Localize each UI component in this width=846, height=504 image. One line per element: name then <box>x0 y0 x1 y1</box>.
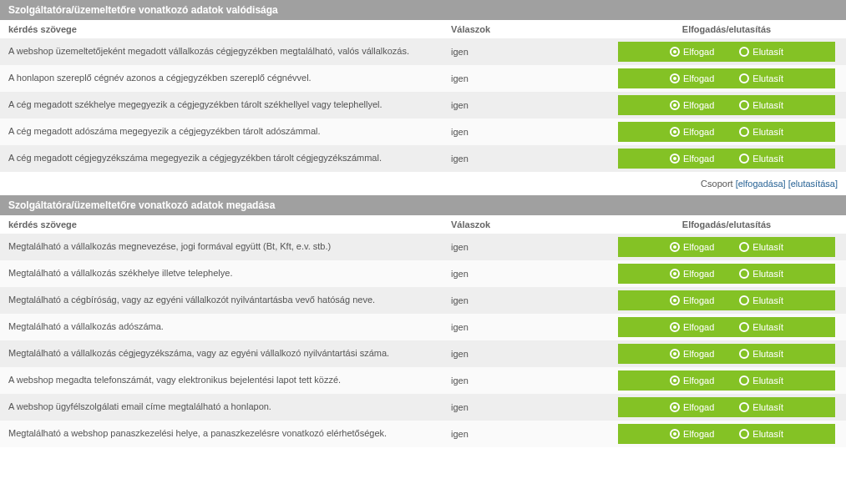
reject-option[interactable]: Elutasít <box>739 295 783 305</box>
accept-option[interactable]: Elfogad <box>670 100 714 110</box>
decision-cell: ElfogadElutasít <box>618 122 835 142</box>
table-row: Megtalálható a cégbíróság, vagy az egyén… <box>0 287 846 314</box>
accept-label: Elfogad <box>683 375 714 386</box>
decision-cell: ElfogadElutasít <box>618 264 835 284</box>
table-row: A cég megadott adószáma megegyezik a cég… <box>0 118 846 145</box>
accept-radio[interactable] <box>670 429 680 439</box>
question-text: A cég megadott székhelye megegyezik a cé… <box>0 98 451 111</box>
reject-option[interactable]: Elutasít <box>739 154 783 164</box>
accept-option[interactable]: Elfogad <box>670 295 714 305</box>
accept-option[interactable]: Elfogad <box>670 154 714 164</box>
accept-option[interactable]: Elfogad <box>670 47 714 57</box>
table-row: Megtalálható a vállalkozás adószáma.igen… <box>0 314 846 340</box>
accept-radio[interactable] <box>670 127 680 137</box>
reject-option[interactable]: Elutasít <box>739 402 783 412</box>
column-header-decision: Elfogadás/elutasítás <box>618 219 835 229</box>
reject-label: Elutasít <box>752 402 783 412</box>
reject-radio[interactable] <box>739 322 749 332</box>
accept-option[interactable]: Elfogad <box>670 349 714 359</box>
accept-radio[interactable] <box>670 47 680 57</box>
reject-radio[interactable] <box>739 127 749 137</box>
accept-radio[interactable] <box>670 322 680 332</box>
reject-option[interactable]: Elutasít <box>739 269 783 279</box>
answer-text: igen <box>451 402 618 412</box>
section: Szolgáltatóra/üzemeltetőre vonatkozó ada… <box>0 0 846 172</box>
reject-radio[interactable] <box>739 349 749 359</box>
table-row: A cég megadott cégjegyzékszáma megegyezi… <box>0 145 846 172</box>
reject-label: Elutasít <box>752 242 783 252</box>
question-text: Megtalálható a vállalkozás cégjegyzékszá… <box>0 347 451 360</box>
reject-label: Elutasít <box>752 322 783 332</box>
reject-label: Elutasít <box>752 269 783 279</box>
reject-option[interactable]: Elutasít <box>739 322 783 332</box>
decision-cell: ElfogadElutasít <box>618 68 835 88</box>
reject-radio[interactable] <box>739 375 749 386</box>
reject-option[interactable]: Elutasít <box>739 349 783 359</box>
accept-option[interactable]: Elfogad <box>670 375 714 386</box>
reject-radio[interactable] <box>739 242 749 252</box>
question-text: A cég megadott adószáma megegyezik a cég… <box>0 125 451 138</box>
question-text: Megtalálható a webshop panaszkezelési he… <box>0 427 451 440</box>
decision-cell: ElfogadElutasít <box>618 149 835 169</box>
accept-option[interactable]: Elfogad <box>670 322 714 332</box>
question-text: Megtalálható a vállalkozás székhelye ill… <box>0 267 451 280</box>
accept-option[interactable]: Elfogad <box>670 127 714 137</box>
accept-option[interactable]: Elfogad <box>670 269 714 279</box>
decision-cell: ElfogadElutasít <box>618 95 835 115</box>
accept-radio[interactable] <box>670 295 680 305</box>
group-reject-link[interactable]: [elutasítása] <box>788 179 838 189</box>
accept-option[interactable]: Elfogad <box>670 73 714 83</box>
decision-cell: ElfogadElutasít <box>618 290 835 310</box>
section: Szolgáltatóra/üzemeltetőre vonatkozó ada… <box>0 195 846 447</box>
answer-text: igen <box>451 349 618 359</box>
accept-option[interactable]: Elfogad <box>670 429 714 439</box>
accept-radio[interactable] <box>670 100 680 110</box>
reject-option[interactable]: Elutasít <box>739 375 783 386</box>
accept-radio[interactable] <box>670 269 680 279</box>
accept-radio[interactable] <box>670 242 680 252</box>
question-text: A webshop üzemeltetőjeként megadott váll… <box>0 45 451 58</box>
accept-radio[interactable] <box>670 375 680 386</box>
reject-option[interactable]: Elutasít <box>739 47 783 57</box>
reject-label: Elutasít <box>752 47 783 57</box>
reject-option[interactable]: Elutasít <box>739 429 783 439</box>
column-header-answers: Válaszok <box>451 24 618 34</box>
reject-option[interactable]: Elutasít <box>739 127 783 137</box>
reject-radio[interactable] <box>739 47 749 57</box>
table-row: A honlapon szereplő cégnév azonos a cégj… <box>0 65 846 92</box>
question-text: A webshop ügyfélszolgálati email címe me… <box>0 401 451 413</box>
reject-option[interactable]: Elutasít <box>739 242 783 252</box>
accept-label: Elfogad <box>683 269 714 279</box>
accept-radio[interactable] <box>670 154 680 164</box>
table-row: Megtalálható a vállalkozás cégjegyzékszá… <box>0 340 846 367</box>
reject-radio[interactable] <box>739 73 749 83</box>
answer-text: igen <box>451 375 618 386</box>
reject-radio[interactable] <box>739 154 749 164</box>
answer-text: igen <box>451 295 618 305</box>
reject-radio[interactable] <box>739 429 749 439</box>
reject-option[interactable]: Elutasít <box>739 73 783 83</box>
accept-option[interactable]: Elfogad <box>670 242 714 252</box>
reject-radio[interactable] <box>739 269 749 279</box>
reject-label: Elutasít <box>752 127 783 137</box>
accept-label: Elfogad <box>683 402 714 412</box>
reject-radio[interactable] <box>739 295 749 305</box>
column-header-question: kérdés szövege <box>0 24 451 34</box>
accept-radio[interactable] <box>670 402 680 412</box>
reject-label: Elutasít <box>752 73 783 83</box>
question-text: Megtalálható a vállalkozás adószáma. <box>0 320 451 333</box>
accept-radio[interactable] <box>670 73 680 83</box>
decision-cell: ElfogadElutasít <box>618 370 835 391</box>
reject-radio[interactable] <box>739 100 749 110</box>
column-header-row: kérdés szövegeVálaszokElfogadás/elutasít… <box>0 215 846 234</box>
reject-label: Elutasít <box>752 429 783 439</box>
group-accept-link[interactable]: [elfogadása] <box>736 179 786 189</box>
reject-option[interactable]: Elutasít <box>739 100 783 110</box>
reject-radio[interactable] <box>739 402 749 412</box>
accept-label: Elfogad <box>683 73 714 83</box>
answer-text: igen <box>451 242 618 252</box>
accept-radio[interactable] <box>670 349 680 359</box>
column-header-row: kérdés szövegeVálaszokElfogadás/elutasít… <box>0 20 846 38</box>
answer-text: igen <box>451 73 618 83</box>
accept-option[interactable]: Elfogad <box>670 402 714 412</box>
